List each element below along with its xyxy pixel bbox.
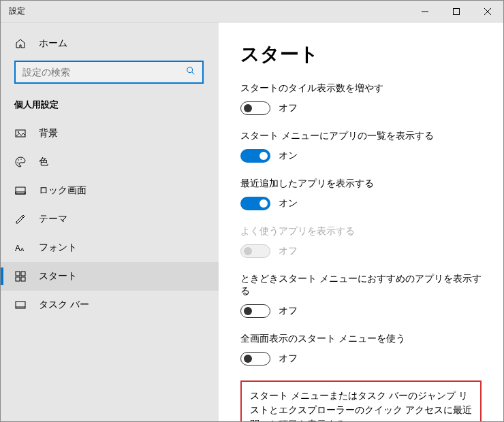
toggle-fullscreen[interactable] bbox=[240, 352, 270, 366]
palette-icon bbox=[14, 156, 27, 168]
svg-rect-16 bbox=[21, 272, 25, 276]
maximize-button[interactable] bbox=[441, 1, 472, 22]
setting-label: スタート メニューにアプリの一覧を表示する bbox=[240, 130, 482, 142]
setting-recently-added: 最近追加したアプリを表示する オン bbox=[240, 178, 482, 210]
section-label: 個人用設定 bbox=[1, 93, 219, 119]
minimize-button[interactable] bbox=[409, 1, 441, 22]
search-box[interactable] bbox=[14, 61, 204, 84]
toggle-state-text: オン bbox=[279, 150, 298, 162]
toggle-state-text: オフ bbox=[279, 353, 298, 365]
setting-suggestions: ときどきスタート メニューにおすすめのアプリを表示する オフ bbox=[240, 273, 482, 318]
toggle-app-list[interactable] bbox=[240, 149, 270, 163]
sidebar-item-background[interactable]: 背景 bbox=[1, 119, 219, 148]
toggle-state-text: オフ bbox=[279, 102, 298, 114]
sidebar-item-lockscreen[interactable]: ロック画面 bbox=[1, 176, 219, 205]
sidebar-item-fonts[interactable]: AA フォント bbox=[1, 233, 219, 262]
sidebar-item-label: タスク バー bbox=[39, 299, 89, 311]
svg-rect-12 bbox=[16, 192, 25, 194]
window-title: 設定 bbox=[1, 5, 409, 17]
toggle-recently-added[interactable] bbox=[240, 197, 270, 210]
setting-most-used: よく使うアプリを表示する オフ bbox=[240, 225, 482, 258]
svg-rect-15 bbox=[16, 272, 20, 276]
toggle-row: オフ bbox=[240, 352, 482, 366]
setting-label: 最近追加したアプリを表示する bbox=[240, 178, 482, 190]
setting-app-list: スタート メニューにアプリの一覧を表示する オン bbox=[240, 130, 482, 163]
home-button[interactable]: ホーム bbox=[1, 31, 219, 56]
svg-point-7 bbox=[18, 131, 19, 133]
window-controls bbox=[409, 1, 503, 22]
svg-point-10 bbox=[17, 162, 18, 163]
setting-label: 全画面表示のスタート メニューを使う bbox=[240, 333, 482, 345]
svg-text:A: A bbox=[20, 246, 25, 253]
setting-label: よく使うアプリを表示する bbox=[240, 225, 482, 238]
home-icon bbox=[14, 37, 27, 50]
sidebar-item-taskbar[interactable]: タスク バー bbox=[1, 291, 219, 319]
page-heading: スタート bbox=[240, 42, 482, 67]
sidebar-item-label: スタート bbox=[39, 270, 77, 282]
picture-icon bbox=[14, 127, 27, 140]
setting-jumplist: スタート メニューまたはタスク バーのジャンプ リストとエクスプローラーのクイッ… bbox=[250, 389, 472, 421]
content: ホーム 個人用設定 背景 色 ロック画面 テーマ bbox=[1, 22, 503, 421]
setting-more-tiles: スタートのタイル表示数を増やす オフ bbox=[240, 82, 482, 115]
toggle-state-text: オン bbox=[279, 197, 298, 210]
sidebar-item-label: ロック画面 bbox=[39, 184, 86, 197]
search-input[interactable] bbox=[22, 67, 186, 78]
sidebar-item-label: 背景 bbox=[39, 127, 58, 140]
toggle-more-tiles[interactable] bbox=[240, 101, 270, 115]
titlebar: 設定 bbox=[1, 1, 503, 22]
theme-icon bbox=[14, 213, 27, 225]
toggle-row: オン bbox=[240, 149, 482, 163]
setting-label: ときどきスタート メニューにおすすめのアプリを表示する bbox=[240, 273, 482, 297]
setting-fullscreen: 全画面表示のスタート メニューを使う オフ bbox=[240, 333, 482, 366]
highlighted-setting: スタート メニューまたはタスク バーのジャンプ リストとエクスプローラーのクイッ… bbox=[240, 380, 482, 421]
main-panel: スタート スタートのタイル表示数を増やす オフ スタート メニューにアプリの一覧… bbox=[219, 22, 503, 421]
svg-point-4 bbox=[187, 67, 193, 73]
font-icon: AA bbox=[14, 242, 27, 254]
sidebar-item-label: テーマ bbox=[39, 213, 67, 225]
sidebar: ホーム 個人用設定 背景 色 ロック画面 テーマ bbox=[1, 22, 219, 421]
svg-rect-11 bbox=[16, 187, 25, 194]
sidebar-item-label: 色 bbox=[39, 156, 48, 168]
svg-point-8 bbox=[18, 159, 19, 161]
close-icon bbox=[484, 8, 491, 15]
setting-label: スタートのタイル表示数を増やす bbox=[240, 82, 482, 95]
svg-line-5 bbox=[192, 72, 195, 75]
toggle-most-used bbox=[240, 244, 270, 258]
svg-rect-1 bbox=[454, 8, 460, 14]
close-button[interactable] bbox=[472, 1, 503, 22]
toggle-row: オフ bbox=[240, 304, 482, 318]
minimize-icon bbox=[422, 8, 428, 15]
setting-label: スタート メニューまたはタスク バーのジャンプ リストとエクスプローラーのクイッ… bbox=[250, 389, 472, 421]
lockscreen-icon bbox=[14, 184, 27, 197]
sidebar-item-themes[interactable]: テーマ bbox=[1, 205, 219, 233]
home-label: ホーム bbox=[39, 37, 67, 50]
search-wrap bbox=[1, 56, 219, 93]
toggle-row: オン bbox=[240, 197, 482, 210]
toggle-row: オフ bbox=[240, 101, 482, 115]
search-icon bbox=[186, 66, 195, 78]
sidebar-item-label: フォント bbox=[39, 242, 77, 254]
start-icon bbox=[14, 270, 27, 282]
svg-point-9 bbox=[20, 159, 22, 160]
svg-text:A: A bbox=[15, 244, 20, 253]
svg-rect-17 bbox=[16, 277, 20, 281]
sidebar-item-start[interactable]: スタート bbox=[1, 262, 219, 291]
toggle-suggestions[interactable] bbox=[240, 304, 270, 318]
taskbar-icon bbox=[14, 299, 27, 311]
toggle-state-text: オフ bbox=[279, 305, 298, 317]
toggle-state-text: オフ bbox=[279, 245, 298, 257]
sidebar-item-colors[interactable]: 色 bbox=[1, 148, 219, 176]
maximize-icon bbox=[453, 8, 460, 15]
toggle-row: オフ bbox=[240, 244, 482, 258]
svg-rect-18 bbox=[21, 277, 25, 281]
